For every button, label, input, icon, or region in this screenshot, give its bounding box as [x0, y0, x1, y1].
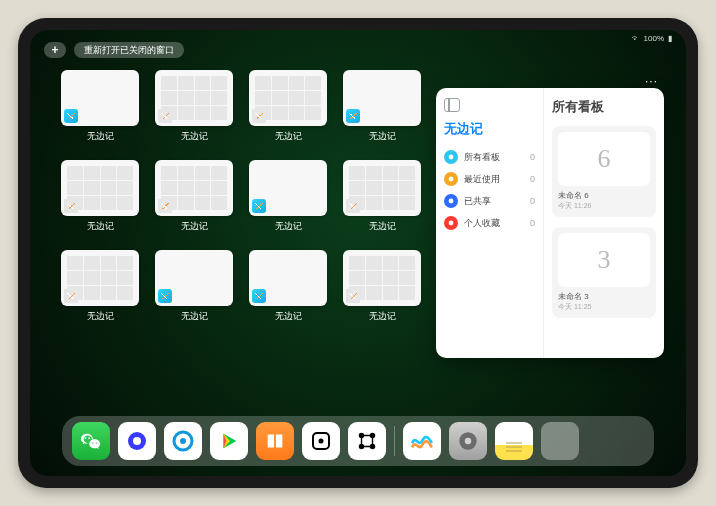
panel-left-title: 无边记 [444, 120, 535, 138]
battery-label: 100% [644, 34, 664, 43]
svg-point-7 [180, 438, 186, 444]
freeform-app-icon [64, 199, 78, 213]
qq-browser-icon[interactable] [164, 422, 202, 460]
svg-point-9 [319, 439, 324, 444]
freeform-app-icon [252, 109, 266, 123]
panel-right-title: 所有看板 [552, 98, 656, 116]
sidebar-item-label: 已共享 [464, 195, 491, 208]
category-icon [444, 216, 458, 230]
sidebar-item-label: 所有看板 [464, 151, 500, 164]
window-thumbnail[interactable]: 无边记 [248, 250, 328, 332]
thumbnail-preview [343, 160, 421, 216]
freeform-app-icon [158, 289, 172, 303]
wechat-icon[interactable] [72, 422, 110, 460]
thumbnail-preview [249, 160, 327, 216]
board-title: 未命名 3 [558, 291, 650, 302]
freeform-app-icon [158, 109, 172, 123]
sidebar-item-count: 0 [530, 196, 535, 206]
category-icon [444, 172, 458, 186]
status-bar: ᯤ 100% ▮ [632, 34, 672, 43]
window-grid: 无边记无边记无边记无边记无边记无边记无边记无边记无边记无边记无边记无边记 [60, 70, 422, 422]
sidebar-item-label: 最近使用 [464, 173, 500, 186]
window-thumbnail[interactable]: 无边记 [154, 160, 234, 242]
freeform-icon[interactable] [403, 422, 441, 460]
iqiyi-icon[interactable] [210, 422, 248, 460]
thumbnail-label: 无边记 [181, 130, 208, 143]
thumbnail-label: 无边记 [369, 130, 396, 143]
sidebar-item[interactable]: 所有看板0 [444, 146, 535, 168]
window-thumbnail[interactable]: 无边记 [248, 160, 328, 242]
thumbnail-label: 无边记 [369, 310, 396, 323]
sidebar-item-label: 个人收藏 [464, 217, 500, 230]
thumbnail-preview [155, 160, 233, 216]
app-folder[interactable] [541, 422, 579, 460]
freeform-app-icon [158, 199, 172, 213]
window-thumbnail[interactable]: 无边记 [60, 250, 140, 332]
thumbnail-label: 无边记 [87, 130, 114, 143]
freeform-panel[interactable]: ··· 无边记 所有看板0最近使用0已共享0个人收藏0 所有看板 6未命名 6今… [436, 88, 664, 358]
thumbnail-preview [249, 70, 327, 126]
freeform-app-icon [252, 199, 266, 213]
dice-icon[interactable] [302, 422, 340, 460]
sidebar-item[interactable]: 最近使用0 [444, 168, 535, 190]
svg-point-1 [449, 177, 454, 182]
thumbnail-preview [61, 70, 139, 126]
svg-point-15 [465, 438, 472, 445]
freeform-app-icon [346, 289, 360, 303]
thumbnail-label: 无边记 [181, 220, 208, 233]
window-thumbnail[interactable]: 无边记 [342, 160, 422, 242]
freeform-app-icon [64, 109, 78, 123]
screen: ᯤ 100% ▮ + 重新打开已关闭的窗口 无边记无边记无边记无边记无边记无边记… [30, 30, 686, 476]
thumbnail-preview [155, 250, 233, 306]
sidebar-item-count: 0 [530, 218, 535, 228]
connect-icon[interactable] [348, 422, 386, 460]
window-thumbnail[interactable]: 无边记 [342, 70, 422, 152]
thumbnail-preview [61, 250, 139, 306]
dock-separator [394, 426, 395, 456]
category-icon [444, 194, 458, 208]
thumbnail-label: 无边记 [87, 220, 114, 233]
board-item[interactable]: 3未命名 3今天 11:25 [552, 227, 656, 318]
sidebar-item[interactable]: 已共享0 [444, 190, 535, 212]
panel-content: 所有看板 6未命名 6今天 11:263未命名 3今天 11:25 [544, 88, 664, 358]
thumbnail-preview [343, 250, 421, 306]
board-timestamp: 今天 11:25 [558, 302, 650, 312]
panel-menu-dots[interactable]: ··· [645, 74, 658, 88]
books-icon[interactable] [256, 422, 294, 460]
wifi-icon: ᯤ [632, 34, 640, 43]
board-title: 未命名 6 [558, 190, 650, 201]
thumbnail-label: 无边记 [181, 310, 208, 323]
board-item[interactable]: 6未命名 6今天 11:26 [552, 126, 656, 217]
top-bar: + 重新打开已关闭的窗口 [44, 42, 184, 58]
settings-icon[interactable] [449, 422, 487, 460]
thumbnail-preview [61, 160, 139, 216]
window-thumbnail[interactable]: 无边记 [60, 70, 140, 152]
battery-icon: ▮ [668, 34, 672, 43]
thumbnail-label: 无边记 [87, 310, 114, 323]
svg-point-0 [449, 155, 454, 160]
quark-icon[interactable] [118, 422, 156, 460]
sidebar-item[interactable]: 个人收藏0 [444, 212, 535, 234]
panel-sidebar: 无边记 所有看板0最近使用0已共享0个人收藏0 [436, 88, 544, 358]
dock [62, 416, 654, 466]
sidebar-item-count: 0 [530, 174, 535, 184]
window-thumbnail[interactable]: 无边记 [248, 70, 328, 152]
window-thumbnail[interactable]: 无边记 [154, 250, 234, 332]
freeform-app-icon [252, 289, 266, 303]
svg-point-5 [133, 437, 141, 445]
svg-point-3 [449, 221, 454, 226]
thumbnail-preview [155, 70, 233, 126]
thumbnail-preview [249, 250, 327, 306]
new-window-button[interactable]: + [44, 42, 66, 58]
freeform-app-icon [64, 289, 78, 303]
reopen-closed-window-button[interactable]: 重新打开已关闭的窗口 [74, 42, 184, 58]
window-thumbnail[interactable]: 无边记 [154, 70, 234, 152]
sidebar-toggle-icon[interactable] [444, 98, 460, 112]
notes-icon[interactable] [495, 422, 533, 460]
board-preview: 3 [558, 233, 650, 287]
window-thumbnail[interactable]: 无边记 [342, 250, 422, 332]
board-preview: 6 [558, 132, 650, 186]
window-thumbnail[interactable]: 无边记 [60, 160, 140, 242]
ipad-frame: ᯤ 100% ▮ + 重新打开已关闭的窗口 无边记无边记无边记无边记无边记无边记… [18, 18, 698, 488]
thumbnail-label: 无边记 [275, 310, 302, 323]
